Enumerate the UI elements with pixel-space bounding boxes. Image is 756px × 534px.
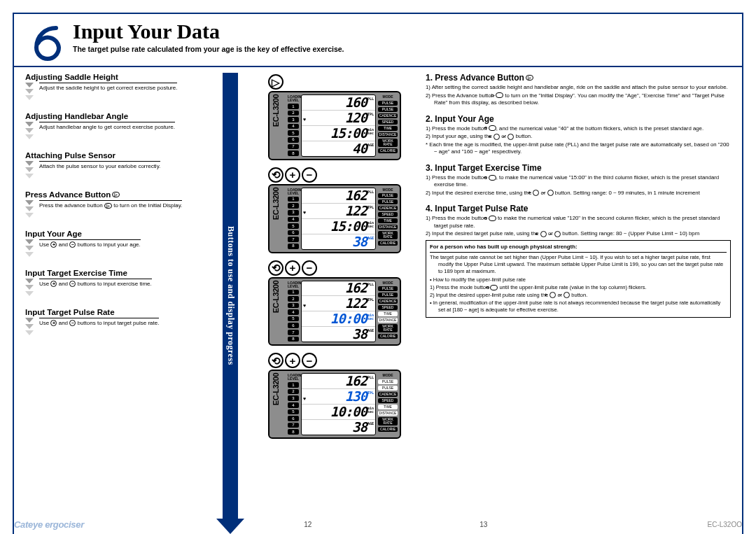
lcd-column: ▷EC-L3200LOADING LEVEL12345678160PLL♥120… xyxy=(252,73,417,534)
lcd-row: ♥130TPL xyxy=(302,389,375,405)
lcd-mode-strip: MODEPULSEPULSECADENCESPEEDTIMEDISTANCEWO… xyxy=(378,281,398,343)
lcd-mode-strip: MODEPULSEPULSECADENCESPEEDTIMEDISTANCEWO… xyxy=(378,373,398,435)
right-step-heading: 4. Input Target Pulse Rate xyxy=(426,204,731,213)
svg-marker-17 xyxy=(25,291,34,296)
lcd-row: 10:00min sec xyxy=(302,311,375,327)
lcd-brand: EC-L3200 xyxy=(272,188,286,220)
right-step-line: 1) After setting the correct saddle heig… xyxy=(426,84,731,92)
button-set: ▷ xyxy=(268,74,401,90)
lcd-row: 38AGE xyxy=(302,234,375,249)
left-step: Input Target Pulse Rate Use + and − butt… xyxy=(25,308,206,340)
right-step-line: * Each time the age is modified, the upp… xyxy=(426,141,731,156)
lcd-screen: 162PLL♥130TPL10:00min sec38AGE xyxy=(301,373,376,435)
lcd-level-strip: LOADING LEVEL12345678 xyxy=(288,281,299,343)
lcd-value: 38AGE xyxy=(308,235,375,248)
svg-marker-6 xyxy=(25,161,34,166)
lcd-brand: EC-L3200 xyxy=(272,373,286,405)
progress-arrow: Buttons to use and display progress xyxy=(214,73,246,534)
lcd-left-side: EC-L3200 xyxy=(272,188,286,250)
footer: Cateye ergociser 12 13 EC-L32OO xyxy=(14,519,742,530)
svg-marker-7 xyxy=(25,167,34,172)
arrow-label: Buttons to use and display progress xyxy=(223,73,238,519)
lcd-row: 40AGE xyxy=(302,141,375,156)
button-set: ⟲+− xyxy=(268,260,401,276)
right-step-heading: 2. Input Your Age xyxy=(426,114,731,124)
right-step-body: 1) After setting the correct saddle heig… xyxy=(426,84,731,107)
chevron-down-icon xyxy=(25,83,35,105)
lcd-value: 130TPL xyxy=(306,390,375,403)
header-rule xyxy=(14,66,742,67)
svg-marker-12 xyxy=(25,239,34,244)
chevron-down-icon xyxy=(25,279,35,301)
plus-icon: + xyxy=(533,190,539,196)
left-step-heading: Adjusting Saddle Height xyxy=(25,73,206,81)
right-step: 3. Input Target Exercise Time1) Press th… xyxy=(426,163,731,197)
lcd-value: 15:00min sec xyxy=(308,220,375,233)
lcd-left-side: EC-L3200 xyxy=(272,373,286,435)
right-step-line: 2) Input the desired exercise time, usin… xyxy=(426,190,731,197)
step-number-graphic xyxy=(25,20,69,63)
right-step-body: 1) Press the mode button ⟲ to make the n… xyxy=(426,215,731,318)
left-step: Adjusting Handlebar Angle Adjust handleb… xyxy=(25,112,206,144)
lcd-brand: EC-L3200 xyxy=(272,281,286,313)
mode-button-icon: ⟲ xyxy=(268,260,284,276)
left-step-text: Use + and − buttons to input target puls… xyxy=(39,318,159,340)
lcd-left-side: EC-L3200 xyxy=(272,94,286,157)
lcd-value: 15:00min sec xyxy=(308,127,375,140)
lcd-row: 10:00min sec xyxy=(302,405,375,420)
button-set: ⟲+− xyxy=(268,167,401,183)
right-step-line: 1) Press the mode button ⟲ to make the n… xyxy=(426,215,731,230)
chevron-down-icon xyxy=(25,318,35,340)
right-step-line: 1) Press the mode button ⟲, to make the … xyxy=(426,174,731,189)
lcd-value: 162PLL xyxy=(308,374,375,388)
svg-marker-18 xyxy=(25,318,34,323)
lcd-row: 15:00min sec xyxy=(302,126,375,141)
lcd-value: 162PLL xyxy=(308,281,375,295)
lcd-mode-strip: MODEPULSEPULSECADENCESPEEDTIMEDISTANCEWO… xyxy=(378,188,398,250)
note-line: • In general, modification of the upper-… xyxy=(430,300,727,314)
note-title: For a person who has built up enough phy… xyxy=(430,244,727,253)
page-number-right: 13 xyxy=(479,521,487,528)
mode-icon: ⟲ xyxy=(489,125,496,131)
lcd-level-strip: LOADING LEVEL12345678 xyxy=(288,94,299,157)
minus-button-icon: − xyxy=(302,353,317,368)
mode-icon: ⟲ xyxy=(489,175,496,181)
lcd-level-strip: LOADING LEVEL12345678 xyxy=(288,373,299,435)
plus-icon: + xyxy=(540,231,547,237)
left-step-text: Adjust handlebar angle to get correct ex… xyxy=(39,122,175,144)
lcd-display: EC-L3200LOADING LEVEL12345678162PLL♥122T… xyxy=(268,184,401,253)
left-step: Input Your Age Use + and − buttons to in… xyxy=(25,230,206,262)
right-step-line: 1) Press the mode button ⟲, and the nume… xyxy=(426,125,731,133)
left-step-heading: Adjusting Handlebar Angle xyxy=(25,112,206,120)
right-step-line: 2) Press the Advance button ▷ to turn on… xyxy=(426,92,731,107)
left-step-text: Press the advance button ▷ to turn on th… xyxy=(39,200,182,223)
left-step-heading: Input Your Age xyxy=(25,230,206,238)
chevron-down-icon xyxy=(25,239,35,262)
left-step: Input Target Exercise Time Use + and − b… xyxy=(25,269,206,301)
lcd-value: 10:00min sec xyxy=(308,405,375,419)
page-title: Input Your Data xyxy=(73,20,344,43)
lcd-row: 38AGE xyxy=(302,420,375,435)
note-line: 2) Input the desired upper-limit pulse r… xyxy=(430,292,727,299)
lcd-brand: EC-L3200 xyxy=(272,94,286,127)
svg-marker-15 xyxy=(25,279,34,283)
right-step-heading: 1. Press Advance Button▷ xyxy=(426,73,731,83)
lcd-display: EC-L3200LOADING LEVEL12345678162PLL♥122T… xyxy=(268,277,401,346)
right-step-body: 1) Press the mode button ⟲, and the nume… xyxy=(426,125,731,156)
svg-marker-10 xyxy=(25,206,34,211)
chevron-down-icon xyxy=(25,122,35,144)
lcd-value: 38AGE xyxy=(308,421,375,434)
lcd-screen: 162PLL♥122TPL15:00min sec38AGE xyxy=(301,188,376,250)
lcd-display: EC-L3200LOADING LEVEL12345678160PLL♥120T… xyxy=(268,91,401,160)
lcd-row: 38AGE xyxy=(302,327,375,342)
page-subtitle: The target pulse rate calculated from yo… xyxy=(73,45,344,55)
lcd-screen: 162PLL♥122TPL10:00min sec38AGE xyxy=(301,281,376,343)
svg-marker-3 xyxy=(25,122,34,127)
left-step-heading: Input Target Exercise Time xyxy=(25,269,206,277)
plus-button-icon: + xyxy=(285,260,300,276)
mode-icon: ⟲ xyxy=(489,216,496,221)
note-line: The target pulse rate cannot be set high… xyxy=(430,254,727,275)
lcd-value: 122TPL xyxy=(306,297,375,310)
svg-marker-9 xyxy=(25,200,34,205)
svg-marker-20 xyxy=(25,330,34,335)
